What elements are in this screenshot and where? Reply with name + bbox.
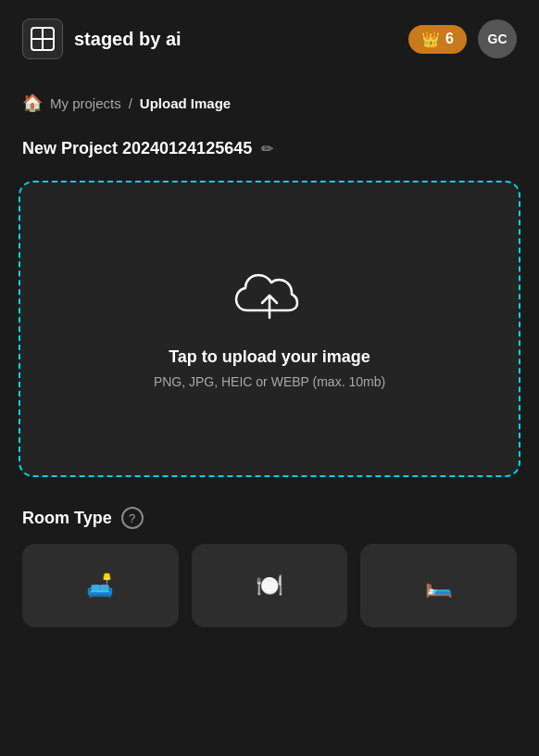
room-type-label: Room Type (22, 509, 112, 528)
project-title-row: New Project 20240124125645 ✏ (0, 120, 539, 173)
dining-room-icon: 🍽️ (256, 573, 283, 598)
room-card-dining[interactable]: 🍽️ (192, 544, 348, 627)
breadcrumb-separator: / (129, 95, 132, 111)
bedroom-icon: 🛏️ (425, 573, 453, 598)
help-icon[interactable]: ? (121, 507, 144, 529)
crown-icon: 👑 (421, 31, 440, 48)
project-title: New Project 20240124125645 (22, 139, 252, 158)
breadcrumb-current: Upload Image (140, 95, 231, 111)
header-right: 👑 6 GC (408, 19, 517, 58)
cloud-upload-icon (232, 270, 307, 329)
credits-badge[interactable]: 👑 6 (408, 25, 467, 54)
room-type-section-header: Room Type ? (0, 499, 539, 544)
room-cards-row: 🛋️ 🍽️ 🛏️ (0, 544, 539, 649)
home-icon[interactable]: 🏠 (22, 93, 43, 113)
credits-count: 6 (445, 31, 454, 47)
header: staged by ai 👑 6 GC (0, 0, 539, 78)
logo-area: staged by ai (22, 19, 182, 59)
breadcrumb: 🏠 My projects / Upload Image (0, 78, 539, 120)
room-card-bedroom[interactable]: 🛏️ (360, 544, 517, 627)
upload-area[interactable]: Tap to upload your image PNG, JPG, HEIC … (19, 181, 520, 477)
avatar[interactable]: GC (478, 19, 517, 58)
living-room-icon: 🛋️ (86, 573, 114, 598)
edit-icon[interactable]: ✏ (261, 140, 273, 158)
breadcrumb-parent[interactable]: My projects (50, 95, 121, 111)
room-card-living[interactable]: 🛋️ (22, 544, 179, 627)
app-title: staged by ai (74, 28, 182, 50)
logo-icon (22, 19, 63, 59)
upload-subtitle: PNG, JPG, HEIC or WEBP (max. 10mb) (154, 374, 385, 389)
upload-title: Tap to upload your image (169, 347, 370, 367)
avatar-initials: GC (488, 32, 508, 46)
